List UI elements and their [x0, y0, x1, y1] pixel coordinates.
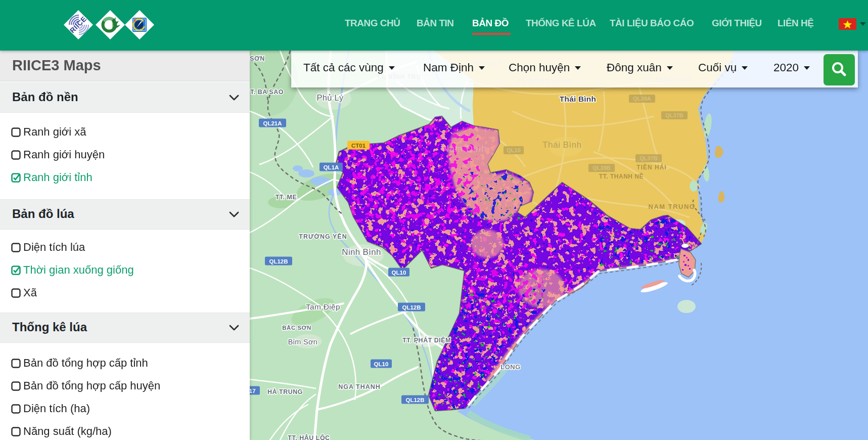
svg-text:Bỉm Sơn: Bỉm Sơn [288, 338, 317, 346]
svg-text:Thái Bình: Thái Bình [542, 140, 581, 150]
svg-text:QL37B: QL37B [639, 155, 658, 161]
svg-text:LONG: LONG [500, 363, 521, 371]
svg-text:NGA THANH: NGA THANH [338, 383, 381, 390]
svg-text:NAM TRUNG: NAM TRUNG [649, 203, 696, 210]
svg-text:SƠN: SƠN [250, 55, 265, 62]
svg-text:217: 217 [250, 388, 256, 394]
svg-text:QL10: QL10 [507, 147, 521, 153]
svg-text:CT01: CT01 [351, 143, 366, 149]
svg-text:QL37B: QL37B [665, 112, 683, 118]
svg-text:TT. ME: TT. ME [276, 194, 297, 201]
svg-text:T. BA SAO: T. BA SAO [250, 89, 284, 96]
svg-text:QL10: QL10 [374, 361, 389, 367]
svg-text:QL12B: QL12B [269, 258, 288, 265]
svg-text:QL12B: QL12B [405, 397, 424, 403]
svg-text:TT. THANH NÊ: TT. THANH NÊ [599, 172, 644, 180]
svg-text:QL21A: QL21A [263, 120, 282, 126]
svg-text:HÀ TRUNG: HÀ TRUNG [267, 388, 303, 395]
svg-text:TT. HẬU LỘC: TT. HẬU LỘC [288, 434, 330, 440]
svg-text:TIỀN HẢI: TIỀN HẢI [636, 163, 666, 171]
svg-text:Thái Bình: Thái Bình [560, 95, 596, 103]
svg-text:QL12B: QL12B [402, 304, 421, 311]
svg-text:TT. PHÁT DIỆM: TT. PHÁT DIỆM [402, 336, 451, 344]
svg-text:QL39B: QL39B [592, 165, 611, 171]
svg-text:Ninh Bình: Ninh Bình [342, 247, 381, 257]
svg-text:Phủ Lý: Phủ Lý [316, 93, 344, 102]
svg-text:QL1A: QL1A [324, 164, 339, 170]
svg-text:TRƯỜNG YÊN: TRƯỜNG YÊN [299, 233, 347, 240]
svg-text:Tam Điệp: Tam Điệp [306, 302, 340, 311]
svg-text:QL39A: QL39A [633, 96, 651, 102]
svg-text:QL10: QL10 [392, 270, 406, 276]
svg-text:BẮC SƠN: BẮC SƠN [282, 325, 311, 331]
svg-text:Nam Định: Nam Định [442, 144, 487, 154]
